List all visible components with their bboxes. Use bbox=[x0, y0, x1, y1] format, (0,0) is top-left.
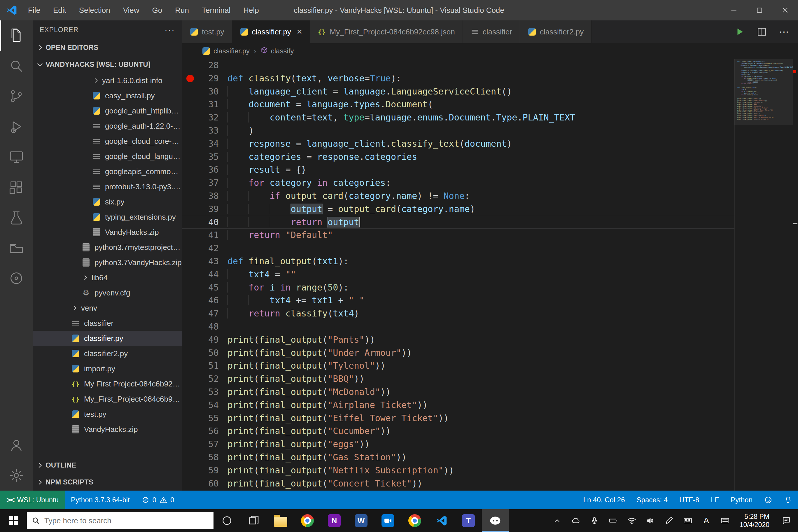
breakpoint-gutter[interactable] bbox=[182, 307, 198, 320]
tab-my-first-project-084c6b92ec98-json[interactable]: {}My_First_Project-084c6b92ec98.json bbox=[310, 20, 463, 43]
code-line-42[interactable]: 42 bbox=[182, 242, 735, 255]
taskbar-search[interactable] bbox=[27, 512, 213, 529]
problems-indicator[interactable]: 0 0 bbox=[136, 491, 180, 509]
cortana-icon[interactable] bbox=[213, 509, 240, 532]
code-area[interactable]: 2829def classify(text, verbose=True):30 … bbox=[182, 59, 735, 491]
activity-explorer-icon[interactable] bbox=[0, 20, 33, 51]
taskbar-app-file-explorer-icon[interactable] bbox=[267, 509, 294, 532]
code-line-57[interactable]: 57print(final_output("eggs")) bbox=[182, 438, 735, 451]
breadcrumb-file[interactable]: classifier.py bbox=[202, 47, 250, 55]
file-six-py[interactable]: six.py bbox=[33, 194, 182, 209]
code-line-31[interactable]: 31 document = language.types.Document( bbox=[182, 98, 735, 111]
tray-battery-icon[interactable] bbox=[604, 509, 622, 532]
tab-test-py[interactable]: test.py bbox=[182, 20, 232, 43]
python-interpreter[interactable]: Python 3.7.3 64-bit bbox=[65, 491, 135, 509]
menu-file[interactable]: File bbox=[22, 0, 47, 20]
breakpoint-gutter[interactable] bbox=[182, 281, 198, 294]
language-mode[interactable]: Python bbox=[725, 491, 758, 509]
start-button[interactable] bbox=[0, 509, 27, 532]
section-npm-scripts[interactable]: NPM SCRIPTS bbox=[33, 474, 182, 491]
notifications-bell-icon[interactable] bbox=[778, 491, 798, 509]
activity-remote-explorer-icon[interactable] bbox=[0, 142, 33, 172]
tab-classifier-py[interactable]: classifier.py× bbox=[232, 20, 310, 43]
file-vandyhacks-zip[interactable]: VandyHacks.zip bbox=[33, 422, 182, 437]
breakpoint-gutter[interactable] bbox=[182, 242, 198, 255]
activity-run-debug-icon[interactable] bbox=[0, 111, 33, 142]
code-line-50[interactable]: 50print(final_output("Under Armour")) bbox=[182, 346, 735, 360]
breakpoint-gutter[interactable] bbox=[182, 294, 198, 307]
activity-jupyter-icon[interactable] bbox=[0, 263, 33, 293]
code-line-30[interactable]: 30 language_client = language.LanguageSe… bbox=[182, 85, 735, 98]
folder-lib64[interactable]: lib64 bbox=[33, 270, 182, 285]
breakpoint-gutter[interactable] bbox=[182, 124, 198, 137]
tray-keyboard-icon[interactable] bbox=[716, 509, 735, 532]
activity-source-control-icon[interactable] bbox=[0, 81, 33, 111]
breakpoint-gutter[interactable] bbox=[182, 451, 198, 464]
eol-setting[interactable]: LF bbox=[705, 491, 725, 509]
menu-view[interactable]: View bbox=[117, 0, 146, 20]
remote-indicator[interactable]: >< WSL: Ubuntu bbox=[0, 491, 65, 509]
breakpoint-gutter[interactable] bbox=[182, 320, 198, 334]
menu-selection[interactable]: Selection bbox=[73, 0, 117, 20]
breakpoint-gutter[interactable] bbox=[182, 399, 198, 412]
more-actions-icon[interactable]: ⋯ bbox=[777, 25, 791, 39]
breakpoint-gutter[interactable] bbox=[182, 176, 198, 190]
code-line-60[interactable]: 60print(final_output("Concert Ticket")) bbox=[182, 477, 735, 490]
file-python3-7vandyhacks-zip[interactable]: python3.7VandyHacks.zip bbox=[33, 255, 182, 270]
breakpoint-gutter[interactable] bbox=[182, 425, 198, 438]
code-line-34[interactable]: 34 response = language_client.classify_t… bbox=[182, 137, 735, 151]
indentation-setting[interactable]: Spaces: 4 bbox=[631, 491, 674, 509]
breakpoint-gutter[interactable] bbox=[182, 334, 198, 346]
code-line-59[interactable]: 59print(final_output("Netflix Subscripti… bbox=[182, 464, 735, 477]
file-python3-7mytestproject-zip[interactable]: python3.7mytestproject.zip bbox=[33, 240, 182, 255]
file-vandyhacks-zip[interactable]: VandyHacks.zip bbox=[33, 225, 182, 240]
activity-testing-icon[interactable] bbox=[0, 203, 33, 233]
minimize-icon[interactable] bbox=[721, 0, 747, 20]
section-open-editors[interactable]: OPEN EDITORS bbox=[33, 39, 182, 56]
breakpoint-gutter[interactable] bbox=[182, 59, 198, 72]
taskbar-app-teams-icon[interactable]: T bbox=[455, 509, 482, 532]
breakpoint-gutter[interactable] bbox=[182, 203, 198, 216]
action-center-icon[interactable] bbox=[775, 509, 798, 532]
breakpoint-gutter[interactable] bbox=[182, 359, 198, 373]
folder-yarl-1-6-0-dist-info[interactable]: yarl-1.6.0.dist-info bbox=[33, 73, 182, 88]
folder-venv[interactable]: venv bbox=[33, 300, 182, 316]
code-line-47[interactable]: 47 return classify(txt4) bbox=[182, 307, 735, 320]
breakpoint-gutter[interactable] bbox=[182, 255, 198, 268]
breakpoint-gutter[interactable] bbox=[182, 477, 198, 490]
file-protobuf-3-13-0-py3-7-n[interactable]: protobuf-3.13.0-py3.7-n... bbox=[33, 179, 182, 194]
file-easy-install-py[interactable]: easy_install.py bbox=[33, 88, 182, 103]
section-workspace[interactable]: VANDYHACKS [WSL: UBUNTU] bbox=[33, 56, 182, 73]
code-line-51[interactable]: 51print(final_output("Tylenol")) bbox=[182, 359, 735, 373]
menu-help[interactable]: Help bbox=[237, 0, 265, 20]
maximize-icon[interactable] bbox=[747, 0, 772, 20]
breakpoint-gutter[interactable] bbox=[182, 85, 198, 98]
taskbar-app-video-icon[interactable] bbox=[375, 509, 401, 532]
tray-pen-icon[interactable] bbox=[660, 509, 679, 532]
activity-account-icon[interactable] bbox=[0, 430, 33, 460]
taskbar-app-word-icon[interactable]: W bbox=[348, 509, 375, 532]
breakpoint-gutter[interactable] bbox=[182, 412, 198, 425]
taskbar-app-vscode-icon[interactable] bbox=[428, 509, 455, 532]
file-google-cloud-language[interactable]: google_cloud_language-... bbox=[33, 149, 182, 164]
file-google-auth-1-22-0-py3[interactable]: google_auth-1.22.0-py3.... bbox=[33, 118, 182, 134]
section-outline[interactable]: OUTLINE bbox=[33, 457, 182, 474]
file-google-cloud-core-0-24[interactable]: google_cloud_core-0.24.... bbox=[33, 134, 182, 149]
breakpoint-gutter[interactable] bbox=[182, 151, 198, 164]
tray-network-icon[interactable] bbox=[622, 509, 641, 532]
file-googleapis-common-pr[interactable]: googleapis_common_pr... bbox=[33, 164, 182, 179]
code-line-55[interactable]: 55print(final_output("Eiffel Tower Ticke… bbox=[182, 412, 735, 425]
taskbar-app-chrome-icon[interactable] bbox=[294, 509, 321, 532]
breakpoint-gutter[interactable] bbox=[182, 72, 198, 85]
activity-extensions-icon[interactable] bbox=[0, 172, 33, 203]
breakpoint-gutter[interactable] bbox=[182, 190, 198, 203]
code-line-43[interactable]: 43def final_output(txt1): bbox=[182, 255, 735, 268]
file-my-first-project-084c6b92ec[interactable]: {}My First Project-084c6b92ec... bbox=[33, 376, 182, 392]
code-line-38[interactable]: 38 if output_card(category.name) != None… bbox=[182, 190, 735, 203]
tray-touch-keyboard-icon[interactable] bbox=[679, 509, 697, 532]
tray-mic-icon[interactable] bbox=[585, 509, 604, 532]
code-line-49[interactable]: 49print(final_output("Pants")) bbox=[182, 334, 735, 346]
taskbar-app-discord-icon[interactable] bbox=[482, 509, 509, 532]
breakpoint-gutter[interactable] bbox=[182, 385, 198, 399]
code-line-46[interactable]: 46 txt4 += txt1 + " " bbox=[182, 294, 735, 307]
